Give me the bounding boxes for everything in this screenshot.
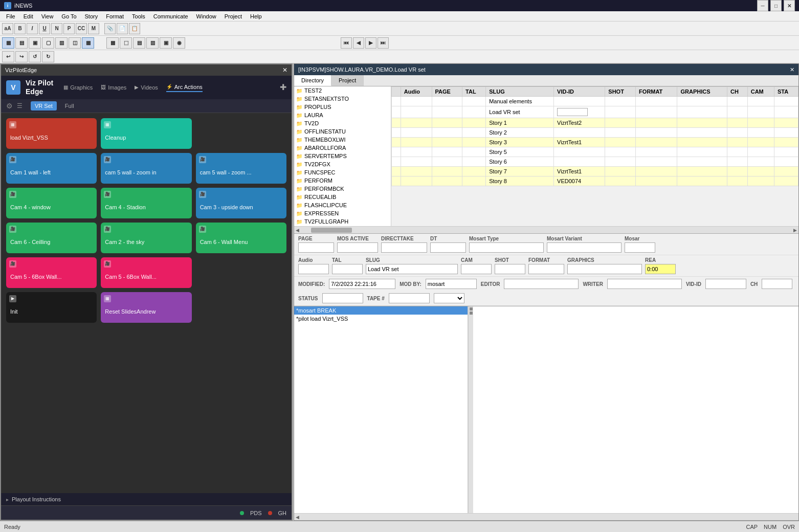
menu-project[interactable]: Project bbox=[220, 12, 246, 20]
menu-view[interactable]: View bbox=[37, 12, 58, 20]
list-icon[interactable]: ☰ bbox=[17, 102, 23, 109]
scroll-thumb[interactable] bbox=[311, 228, 352, 233]
nav-next-button[interactable]: ▶ bbox=[365, 37, 376, 49]
format-bold-button[interactable]: B bbox=[14, 23, 26, 34]
arc-init[interactable]: ▶ Init bbox=[6, 292, 97, 323]
arc-cam2-sky[interactable]: 🎥 Cam 2 - the sky bbox=[101, 223, 191, 253]
clipboard-button[interactable]: 📋 bbox=[129, 23, 140, 34]
mod-by-input[interactable] bbox=[426, 279, 477, 289]
tool-btn-2[interactable]: ↪ bbox=[15, 51, 28, 62]
cam-input[interactable] bbox=[461, 264, 492, 274]
arc-cam5-zoom[interactable]: 🎥 cam 5 wall - zoom ... bbox=[196, 153, 286, 184]
mosart-variant-input[interactable] bbox=[547, 242, 622, 253]
arc-cam5-6box-1[interactable]: 🎥 Cam 5 - 6Box Wall... bbox=[6, 257, 97, 288]
tape-input[interactable] bbox=[389, 293, 430, 303]
view-btn-1[interactable]: ▦ bbox=[2, 37, 14, 49]
tree-item[interactable]: 📁TEST2 bbox=[294, 86, 391, 95]
editor-input[interactable] bbox=[504, 279, 579, 289]
table-row[interactable]: Story 5 bbox=[392, 147, 798, 157]
arc-cam4-stadion[interactable]: 🎥 Cam 4 - Stadion bbox=[101, 188, 191, 218]
menu-story[interactable]: Story bbox=[81, 12, 102, 20]
script-line[interactable]: *mosart BREAK bbox=[294, 306, 468, 315]
tree-item[interactable]: 📁RECUEALIB bbox=[294, 193, 391, 201]
scroll-left-arrow[interactable]: ◀ bbox=[294, 228, 301, 233]
table-row[interactable]: Story 6 bbox=[392, 157, 798, 167]
menu-window[interactable]: Window bbox=[192, 12, 220, 20]
menu-format[interactable]: Format bbox=[102, 12, 128, 20]
menu-help[interactable]: Help bbox=[246, 12, 266, 20]
format-aa-button[interactable]: aA bbox=[2, 23, 13, 34]
horizontal-scrollbar[interactable]: ◀ ▶ bbox=[294, 226, 798, 233]
menu-edit[interactable]: Edit bbox=[19, 12, 37, 20]
tool-btn-3[interactable]: ↺ bbox=[29, 51, 41, 62]
audio-input[interactable] bbox=[298, 264, 329, 274]
col-cam[interactable]: CAM bbox=[747, 87, 774, 97]
col-format[interactable]: FORMAT bbox=[636, 87, 677, 97]
tree-item[interactable]: 📁FUNCSPEC bbox=[294, 168, 391, 176]
tab-arc-actions[interactable]: ⚡ Arc Actions bbox=[166, 83, 203, 92]
mos-active-input[interactable] bbox=[337, 242, 378, 253]
view-btn-12[interactable]: ▣ bbox=[160, 37, 172, 49]
shot-input[interactable] bbox=[495, 264, 525, 274]
mosar-input[interactable] bbox=[625, 242, 655, 253]
directory-tab[interactable]: Directory bbox=[294, 75, 331, 86]
view-btn-4[interactable]: ▢ bbox=[42, 37, 54, 49]
table-row[interactable]: Story 7VizrtTest1 bbox=[392, 167, 798, 176]
col-page[interactable]: PAGE bbox=[432, 87, 462, 97]
tree-item[interactable]: 📁TV2D bbox=[294, 119, 391, 127]
col-sta[interactable]: STA bbox=[774, 87, 798, 97]
tool-btn-4[interactable]: ↻ bbox=[42, 51, 54, 62]
scroll-right-arrow[interactable]: ▶ bbox=[792, 228, 798, 233]
tab-graphics[interactable]: ▦ Graphics bbox=[63, 83, 93, 92]
format-underline-button[interactable]: U bbox=[39, 23, 50, 34]
tal-input[interactable] bbox=[332, 264, 363, 274]
table-row[interactable]: Story 3VizrtTest1 bbox=[392, 138, 798, 147]
rea-input[interactable] bbox=[645, 264, 676, 274]
vid-id-detail-input[interactable] bbox=[705, 279, 746, 289]
subtab-full[interactable]: Full bbox=[61, 101, 78, 110]
bottom-scroll-left[interactable]: ◀ bbox=[294, 515, 301, 520]
table-row[interactable]: Story 2 bbox=[392, 128, 798, 138]
direct-take-input[interactable] bbox=[381, 242, 427, 253]
view-btn-5[interactable]: ▥ bbox=[55, 37, 68, 49]
arc-cleanup[interactable]: ▦ Cleanup bbox=[101, 118, 191, 149]
attach-button[interactable]: 📎 bbox=[104, 23, 116, 34]
arc-cam4-window[interactable]: 🎥 Cam 4 - window bbox=[6, 188, 97, 218]
project-tab[interactable]: Project bbox=[331, 75, 364, 86]
view-btn-13[interactable]: ◉ bbox=[173, 37, 185, 49]
view-btn-10[interactable]: ▤ bbox=[133, 37, 145, 49]
dt-input[interactable] bbox=[430, 242, 466, 253]
mosart-type-input[interactable] bbox=[469, 242, 544, 253]
view-btn-8[interactable]: ▦ bbox=[106, 37, 119, 49]
tape-select[interactable] bbox=[434, 293, 464, 303]
col-tal[interactable]: TAL bbox=[462, 87, 486, 97]
menu-goto[interactable]: Go To bbox=[57, 12, 80, 20]
graphics-input[interactable] bbox=[567, 264, 642, 274]
tree-item[interactable]: 📁PROPLUS bbox=[294, 103, 391, 111]
writer-input[interactable] bbox=[607, 279, 682, 289]
view-btn-3[interactable]: ▣ bbox=[29, 37, 41, 49]
viz-panel-close[interactable]: ✕ bbox=[282, 66, 287, 74]
ch-input[interactable] bbox=[762, 279, 792, 289]
menu-file[interactable]: File bbox=[2, 12, 19, 20]
tree-item[interactable]: 📁PERFORM bbox=[294, 176, 391, 185]
table-row[interactable]: Load VR set bbox=[392, 106, 798, 118]
maximize-button[interactable]: □ bbox=[770, 0, 782, 11]
minimize-button[interactable]: ─ bbox=[757, 0, 768, 11]
tree-item[interactable]: 📁THEMEBOXLWI bbox=[294, 136, 391, 144]
close-button[interactable]: ✕ bbox=[784, 0, 795, 11]
tree-item[interactable]: 📁SETASNEXTSTO bbox=[294, 95, 391, 103]
tree-item[interactable]: 📁PERFORMBCK bbox=[294, 185, 391, 193]
format-cc-button[interactable]: CC bbox=[76, 23, 87, 34]
arc-cam5-zoom-in[interactable]: 🎥 cam 5 wall - zoom in bbox=[101, 153, 191, 184]
tree-item[interactable]: 📁LAURA bbox=[294, 111, 391, 119]
arc-cam6-ceilling[interactable]: 🎥 Cam 6 - Ceilling bbox=[6, 223, 97, 253]
tree-item[interactable]: 📁FLASHCLIPCUE bbox=[294, 201, 391, 209]
vid-id-input[interactable] bbox=[557, 108, 588, 116]
arc-cam3-upside-down[interactable]: 🎥 Cam 3 - upside down bbox=[196, 188, 286, 218]
arc-cam5-6box-2[interactable]: 🎥 Cam 5 - 6Box Wall... bbox=[101, 257, 191, 288]
tree-item[interactable]: 📁TV2DFGX bbox=[294, 160, 391, 168]
menu-tools[interactable]: Tools bbox=[128, 12, 149, 20]
tab-images[interactable]: 🖼 Images bbox=[101, 83, 126, 92]
tab-videos[interactable]: ▶ Videos bbox=[135, 83, 158, 92]
